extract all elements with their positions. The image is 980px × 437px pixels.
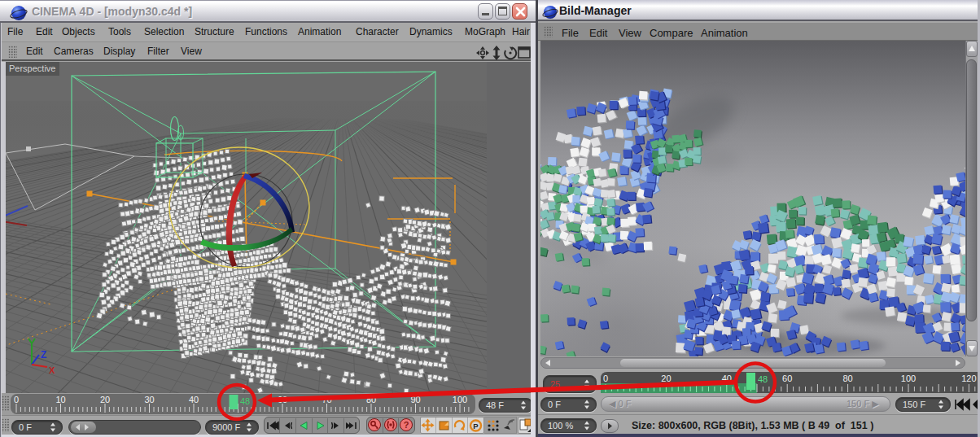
svg-text:100: 100 [901,374,916,383]
svg-text:48: 48 [240,396,250,406]
svg-text:0: 0 [603,374,608,383]
svg-text:60: 60 [782,374,792,383]
svg-text:80: 80 [366,395,376,404]
svg-text:?: ? [404,420,409,430]
svg-text:20: 20 [100,395,110,404]
svg-text:120: 120 [961,374,976,383]
svg-text:40: 40 [722,374,732,383]
svg-text:20: 20 [661,374,671,383]
svg-text:60: 60 [278,395,287,404]
svg-text:80: 80 [842,374,852,383]
svg-text:P: P [473,422,479,430]
svg-text:70: 70 [322,395,331,404]
svg-text:0: 0 [14,395,19,404]
svg-text:100: 100 [453,395,467,404]
svg-text:90: 90 [410,395,420,404]
svg-text:48: 48 [758,374,768,384]
svg-text:30: 30 [144,395,154,404]
svg-text:X: X [49,365,55,375]
svg-text:Z: Z [41,349,46,361]
svg-text:10: 10 [55,395,65,404]
svg-text:40: 40 [189,395,199,404]
